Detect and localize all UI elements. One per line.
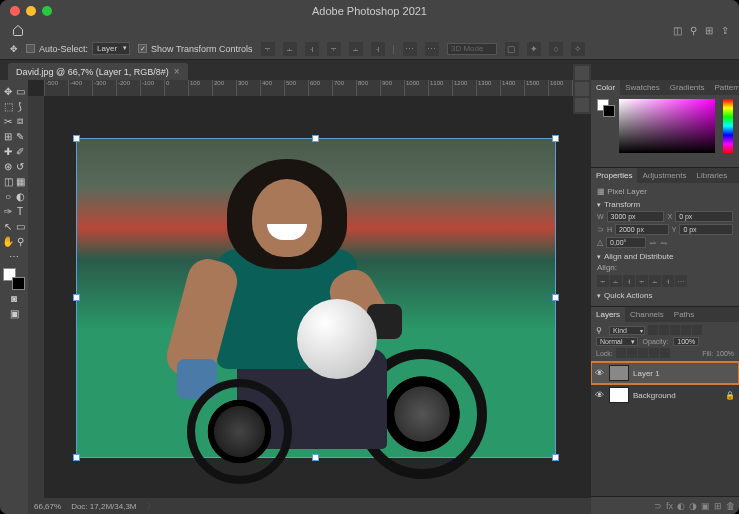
- dock-icon-2[interactable]: [575, 82, 589, 96]
- background-color[interactable]: [12, 277, 25, 290]
- prop-align-right-icon[interactable]: ⫞: [623, 275, 635, 287]
- horizontal-ruler[interactable]: -500-400-300-200-10001002003004005006007…: [44, 80, 591, 96]
- show-transform-checkbox[interactable]: ✓: [138, 44, 147, 53]
- tab-adjustments[interactable]: Adjustments: [637, 168, 691, 183]
- crop-tool[interactable]: ⧈: [14, 114, 26, 128]
- handle-bottom-right[interactable]: [552, 454, 559, 461]
- handle-middle-left[interactable]: [73, 294, 80, 301]
- lock-transparency-icon[interactable]: [616, 348, 626, 358]
- tab-channels[interactable]: Channels: [625, 307, 669, 322]
- filter-smart-icon[interactable]: [692, 325, 702, 335]
- distribute-h-icon[interactable]: ⋯: [403, 42, 417, 56]
- close-tab-icon[interactable]: ×: [174, 66, 180, 77]
- filter-shape-icon[interactable]: [681, 325, 691, 335]
- align-vcenter-icon[interactable]: ⫠: [349, 42, 363, 56]
- eraser-tool[interactable]: ◫: [2, 174, 14, 188]
- move-tool[interactable]: ✥: [2, 84, 14, 98]
- prop-align-vcenter-icon[interactable]: ⫠: [649, 275, 661, 287]
- filter-pixel-icon[interactable]: [648, 325, 658, 335]
- layer-row[interactable]: 👁Background🔒: [591, 384, 739, 406]
- tab-layers[interactable]: Layers: [591, 307, 625, 322]
- tab-patterns[interactable]: Patterns: [710, 80, 740, 95]
- share-icon[interactable]: ⇪: [721, 25, 729, 36]
- filter-adjust-icon[interactable]: [659, 325, 669, 335]
- canvas[interactable]: [76, 138, 556, 458]
- vertical-ruler[interactable]: [28, 96, 44, 514]
- layer-kind-dropdown[interactable]: Kind: [609, 326, 645, 335]
- flip-h-icon[interactable]: ⥋: [649, 238, 657, 248]
- layer-row[interactable]: 👁Layer 1: [591, 362, 739, 384]
- layer-name[interactable]: Background: [633, 391, 676, 400]
- prop-align-bottom-icon[interactable]: ⫞: [662, 275, 674, 287]
- zoom-tool[interactable]: ⚲: [14, 234, 26, 248]
- filter-type-icon[interactable]: [670, 325, 680, 335]
- 3d-icon-3[interactable]: ○: [549, 42, 563, 56]
- hand-tool[interactable]: ✋: [2, 234, 14, 248]
- fill-value[interactable]: 100%: [716, 350, 734, 357]
- color-spectrum[interactable]: [619, 99, 715, 153]
- cloud-docs-icon[interactable]: ◫: [673, 25, 682, 36]
- hue-slider[interactable]: [723, 99, 733, 153]
- color-panel-swatches[interactable]: [597, 99, 615, 117]
- handle-middle-right[interactable]: [552, 294, 559, 301]
- workspace-icon[interactable]: ⊞: [705, 25, 713, 36]
- selection-tool[interactable]: ✂: [2, 114, 14, 128]
- layer-thumbnail[interactable]: [609, 387, 629, 403]
- layer-visibility-icon[interactable]: 👁: [595, 368, 605, 378]
- handle-bottom-center[interactable]: [312, 454, 319, 461]
- marquee-tool[interactable]: ⬚: [2, 99, 14, 113]
- align-top-icon[interactable]: ⫟: [327, 42, 341, 56]
- edit-toolbar[interactable]: ⋯: [3, 249, 25, 263]
- screen-mode[interactable]: ▣: [3, 306, 25, 320]
- handle-top-right[interactable]: [552, 135, 559, 142]
- flip-v-icon[interactable]: ⥊: [660, 238, 668, 248]
- quick-actions-header[interactable]: Quick Actions: [597, 291, 733, 300]
- home-button[interactable]: [10, 22, 26, 38]
- transform-width[interactable]: 3000 px: [607, 211, 665, 222]
- tab-properties[interactable]: Properties: [591, 168, 637, 183]
- align-right-icon[interactable]: ⫞: [305, 42, 319, 56]
- gradient-tool[interactable]: ▦: [14, 174, 26, 188]
- layer-visibility-icon[interactable]: 👁: [595, 390, 605, 400]
- prop-align-top-icon[interactable]: ⫟: [636, 275, 648, 287]
- handle-top-center[interactable]: [312, 135, 319, 142]
- lock-artboard-icon[interactable]: [649, 348, 659, 358]
- tab-color[interactable]: Color: [591, 80, 620, 95]
- layer-group-icon[interactable]: ▣: [701, 501, 710, 511]
- type-tool[interactable]: T: [14, 204, 26, 218]
- tab-gradients[interactable]: Gradients: [665, 80, 710, 95]
- 3d-icon-4[interactable]: ✧: [571, 42, 585, 56]
- blend-mode-dropdown[interactable]: Normal: [596, 337, 638, 346]
- tab-swatches[interactable]: Swatches: [620, 80, 665, 95]
- 3d-icon-2[interactable]: ✦: [527, 42, 541, 56]
- prop-align-left-icon[interactable]: ⫟: [597, 275, 609, 287]
- prop-more-align-icon[interactable]: ⋯: [675, 275, 687, 287]
- search-icon[interactable]: ⚲: [690, 25, 697, 36]
- align-section-header[interactable]: Align and Distribute: [597, 252, 733, 261]
- handle-bottom-left[interactable]: [73, 454, 80, 461]
- blur-tool[interactable]: ○: [2, 189, 14, 203]
- zoom-level[interactable]: 66,67%: [34, 502, 61, 511]
- doc-size[interactable]: Doc: 17,2M/34,3M: [71, 502, 136, 511]
- auto-select-checkbox[interactable]: [26, 44, 35, 53]
- 3d-icon-1[interactable]: ▢: [505, 42, 519, 56]
- align-left-icon[interactable]: ⫟: [261, 42, 275, 56]
- link-layers-icon[interactable]: ⊃: [654, 501, 662, 511]
- more-align-icon[interactable]: ⋯: [425, 42, 439, 56]
- color-swatches[interactable]: [3, 268, 25, 290]
- canvas-area[interactable]: -500-400-300-200-10001002003004005006007…: [28, 80, 591, 514]
- pen-tool[interactable]: ✑: [2, 204, 14, 218]
- dodge-tool[interactable]: ◐: [14, 189, 26, 203]
- dock-icon-3[interactable]: [575, 98, 589, 112]
- shape-tool[interactable]: ▭: [14, 219, 26, 233]
- transform-section-header[interactable]: Transform: [597, 200, 733, 209]
- stamp-tool[interactable]: ⊛: [2, 159, 14, 173]
- history-brush-tool[interactable]: ↺: [14, 159, 26, 173]
- new-layer-icon[interactable]: ⊞: [714, 501, 722, 511]
- auto-select-dropdown[interactable]: Layer: [92, 42, 130, 55]
- opacity-value[interactable]: 100%: [673, 337, 699, 346]
- lock-icon[interactable]: 🔒: [725, 391, 735, 400]
- lock-position-icon[interactable]: [638, 348, 648, 358]
- path-tool[interactable]: ↖: [2, 219, 14, 233]
- tab-paths[interactable]: Paths: [669, 307, 699, 322]
